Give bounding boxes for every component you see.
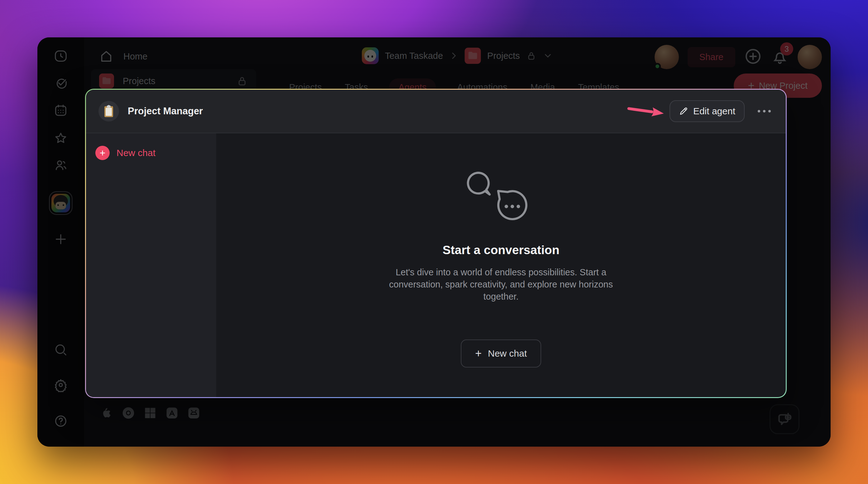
edit-agent-button[interactable]: Edit agent xyxy=(670,100,745,122)
modal-header: Project Manager Edit agent xyxy=(86,90,786,133)
new-chat-item[interactable]: + New chat xyxy=(95,146,216,160)
plus-circle-icon: + xyxy=(95,146,110,160)
clipboard-agent-icon xyxy=(98,101,119,122)
edit-agent-label: Edit agent xyxy=(693,106,735,117)
chat-list-panel: + New chat xyxy=(86,133,216,397)
new-chat-button-label: New chat xyxy=(488,348,527,359)
modal-body: + New chat Start a conver xyxy=(86,133,786,397)
chat-main-area: Start a conversation Let's dive into a w… xyxy=(216,133,786,397)
modal-title: Project Manager xyxy=(128,105,203,117)
annotation-arrow xyxy=(626,103,666,120)
desktop-background: Home Projects Team Taskade Projects xyxy=(0,0,868,484)
agent-chat-modal: Project Manager Edit agent xyxy=(85,89,787,398)
modal-header-actions: Edit agent xyxy=(626,100,772,122)
pencil-icon xyxy=(679,106,688,116)
new-chat-label: New chat xyxy=(117,148,155,158)
chat-bubbles-icon xyxy=(464,169,538,227)
agent-chat-modal-body: Project Manager Edit agent xyxy=(86,90,786,397)
more-options-icon[interactable] xyxy=(756,107,772,116)
empty-state-title: Start a conversation xyxy=(443,243,560,257)
new-chat-button[interactable]: + New chat xyxy=(461,340,541,367)
empty-state-description: Let's dive into a world of endless possi… xyxy=(373,266,629,303)
